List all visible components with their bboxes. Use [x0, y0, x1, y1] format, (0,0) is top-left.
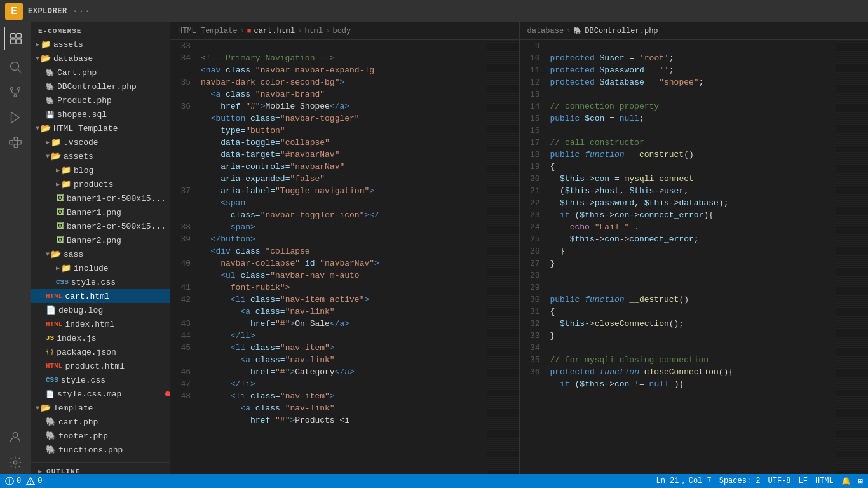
tree-item-blog[interactable]: ▶ 📁 blog: [31, 163, 170, 177]
tree-item-assets[interactable]: ▶ 📁 assets: [31, 37, 170, 51]
file-icon-json: {}: [46, 348, 54, 356]
file-explorer-panel: E-COMERSE ▶ 📁 assets ▼ 📂 database 🐘 Cart…: [31, 22, 170, 474]
status-bar-right: Ln 21, Col 7 Spaces: 2 UTF-8 LF HTML 🔔 ⊞: [656, 477, 863, 486]
warning-count: 0: [37, 477, 42, 485]
file-icon-sql: 💾: [46, 111, 55, 119]
svg-point-20: [30, 483, 31, 484]
tree-label: index.html: [65, 320, 114, 329]
sidebar-icon-account[interactable]: [4, 426, 27, 449]
tree-item-banner2[interactable]: 🖼 Banner2.png: [31, 233, 170, 247]
explorer-header: E-COMERSE: [31, 22, 170, 37]
tree-label: style.css: [71, 278, 116, 287]
folder-icon: 📁: [61, 263, 71, 273]
file-icon-html: HTML: [46, 320, 62, 328]
tree-item-cart-php-template[interactable]: 🐘 cart.php: [31, 415, 170, 429]
folder-icon: 📂: [41, 53, 51, 64]
explorer-label: EXPLORER: [28, 7, 67, 16]
file-icon-img: 🖼: [56, 194, 64, 203]
status-errors[interactable]: 0 0: [5, 477, 42, 485]
error-icon: [5, 477, 14, 485]
tree-label: products: [74, 180, 113, 189]
dot-red-indicator: [165, 391, 170, 396]
tree-item-database[interactable]: ▼ 📂 database: [31, 51, 170, 65]
sidebar-icon-search[interactable]: [4, 55, 27, 78]
svg-rect-10: [10, 140, 13, 144]
folder-icon: 📁: [61, 165, 71, 175]
tree-item-product-html[interactable]: HTML product.html: [31, 359, 170, 373]
tree-label: product.html: [65, 362, 125, 371]
tree-label: include: [74, 264, 109, 273]
tree-item-style-css-sass[interactable]: CSS style.css: [31, 275, 170, 289]
status-language[interactable]: HTML: [815, 477, 834, 486]
file-icon-php: 🐘: [46, 445, 56, 455]
tree-item-vscode[interactable]: ▶ 📁 .vscode: [31, 135, 170, 149]
tree-item-template[interactable]: ▼ 📂 Template: [31, 401, 170, 415]
tree-item-html-template[interactable]: ▼ 📂 HTML Template: [31, 121, 170, 135]
right-code-area[interactable]: 9 10 11 12 13 14 15 16 17 18 19 20 21 22…: [520, 40, 869, 474]
sidebar-icon-source-control[interactable]: [4, 81, 27, 104]
tree-label: index.js: [57, 334, 96, 343]
tree-item-dbcontroller-php[interactable]: 🐘 DBController.php: [31, 79, 170, 93]
tree-label: cart.php: [58, 417, 98, 427]
left-editor-pane: HTML Template › ■ cart.html › html › bod…: [170, 22, 520, 474]
tree-item-assets2[interactable]: ▼ 📂 assets: [31, 149, 170, 163]
svg-rect-13: [18, 140, 21, 144]
tree-item-banner1[interactable]: 🖼 Banner1.png: [31, 205, 170, 219]
breadcrumb-icon-php: 🐘: [573, 27, 582, 35]
error-count: 0: [17, 477, 21, 485]
tree-label: HTML Template: [53, 124, 118, 133]
svg-rect-0: [11, 34, 15, 38]
status-encoding[interactable]: UTF-8: [768, 477, 791, 486]
tree-item-products[interactable]: ▶ 📁 products: [31, 177, 170, 191]
sidebar-icon-settings[interactable]: [4, 451, 27, 474]
status-bell-icon[interactable]: 🔔: [841, 477, 851, 486]
explorer-title: E-COMERSE: [38, 27, 81, 35]
folder-icon: 📂: [51, 249, 61, 259]
tree-item-style-css[interactable]: CSS style.css: [31, 373, 170, 387]
warning-icon: [26, 477, 35, 485]
tree-label: Product.php: [57, 96, 112, 105]
sidebar-icon-explorer[interactable]: [4, 27, 27, 50]
sidebar-icons: [0, 22, 31, 474]
tree-item-cart-php[interactable]: 🐘 Cart.php: [31, 65, 170, 79]
svg-point-18: [9, 482, 10, 484]
status-line-col[interactable]: Ln 21, Col 7: [656, 477, 711, 486]
sidebar-icon-debug[interactable]: [4, 106, 27, 129]
breadcrumb-database: database: [527, 27, 564, 36]
status-spaces[interactable]: Spaces: 2: [719, 477, 761, 486]
breadcrumb-icon-html: ■: [247, 27, 252, 35]
tree-item-banner2cr[interactable]: 🖼 banner2-cr-500x15...: [31, 219, 170, 233]
tree-item-sass[interactable]: ▼ 📂 sass: [31, 247, 170, 261]
tree-item-style-css-map[interactable]: 📄 style.css.map: [31, 387, 170, 401]
tree-item-debug-log[interactable]: 📄 debug.log: [31, 303, 170, 317]
tree-label: banner2-cr-500x15...: [67, 222, 166, 231]
tree-item-index-html[interactable]: HTML index.html: [31, 317, 170, 331]
status-line-ending[interactable]: LF: [799, 477, 808, 486]
tree-item-footer-php[interactable]: 🐘 footer.php: [31, 429, 170, 443]
folder-icon: 📁: [61, 179, 71, 189]
sidebar-icon-extensions[interactable]: [4, 132, 27, 154]
tree-item-shopee-sql[interactable]: 💾 shopee.sql: [31, 107, 170, 121]
status-bar: 0 0 Ln 21, Col 7 Spaces: 2 UTF-8 LF HTML…: [0, 474, 868, 488]
tree-label: blog: [74, 166, 93, 175]
tree-item-product-php[interactable]: 🐘 Product.php: [31, 93, 170, 107]
breadcrumb-dbcontroller: DBController.php: [585, 27, 658, 36]
tree-item-banner1cr[interactable]: 🖼 banner1-cr-500x15...: [31, 191, 170, 205]
file-icon-php: 🐘: [46, 83, 55, 91]
tree-label: sass: [64, 250, 83, 259]
status-layout-icon[interactable]: ⊞: [858, 477, 863, 486]
file-icon-img: 🖼: [56, 236, 64, 245]
tree-label: Banner2.png: [67, 236, 121, 245]
tree-item-include[interactable]: ▶ 📁 include: [31, 261, 170, 275]
breadcrumb-cart-html: cart.html: [254, 27, 295, 36]
tree-item-index-js[interactable]: JS index.js: [31, 331, 170, 345]
file-icon-img: 🖼: [56, 208, 64, 217]
tree-item-functions-php[interactable]: 🐘 functions.php: [31, 443, 170, 457]
tree-item-cart-html[interactable]: HTML cart.html: [31, 289, 170, 303]
file-icon-map: 📄: [46, 390, 55, 398]
left-code-area[interactable]: 33 34 35 36 37 38 39: [170, 40, 519, 474]
tree-label: banner1-cr-500x15...: [67, 194, 166, 203]
outline-section[interactable]: ▶ OUTLINE: [31, 462, 170, 474]
explorer-dots[interactable]: ···: [72, 6, 91, 17]
tree-item-package-json[interactable]: {} package.json: [31, 345, 170, 359]
